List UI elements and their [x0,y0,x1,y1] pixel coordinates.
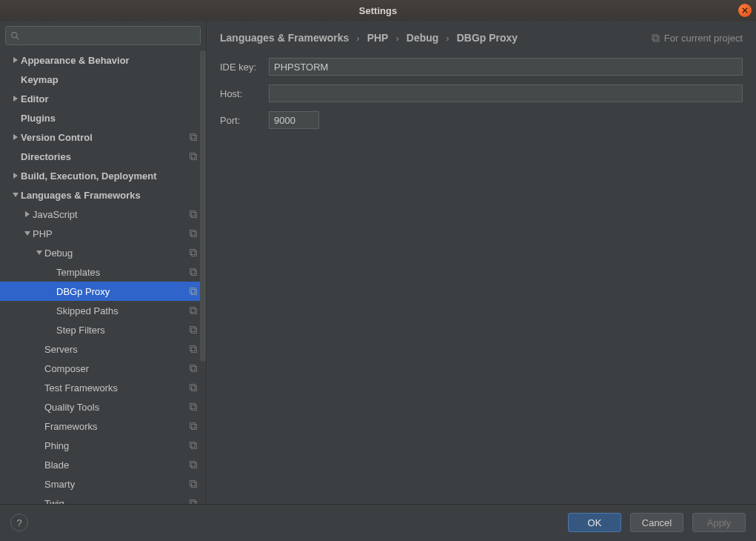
svg-rect-25 [192,386,197,391]
breadcrumb-item[interactable]: Debug [407,32,439,44]
svg-rect-12 [190,269,195,274]
svg-point-0 [12,32,17,37]
tree-item-directories[interactable]: Directories [0,147,206,166]
project-scope-icon [187,364,200,373]
project-scope-icon [187,422,200,431]
host-input[interactable] [269,84,743,102]
tree-item-test-frameworks[interactable]: Test Frameworks [0,378,206,397]
tree-item-label: Templates [56,267,187,278]
svg-rect-11 [192,251,197,256]
project-scope-icon [187,229,200,238]
port-label: Port: [220,115,269,126]
svg-rect-7 [192,213,197,218]
svg-rect-13 [192,270,197,276]
window-close-button[interactable] [738,4,752,17]
tree-item-quality-tools[interactable]: Quality Tools [0,397,206,416]
tree-item-build-execution-deployment[interactable]: Build, Execution, Deployment [0,166,206,185]
tree-item-label: Skipped Paths [56,305,187,316]
tree-item-skipped-paths[interactable]: Skipped Paths [0,301,206,320]
dialog-footer: ? OK Cancel Apply [0,504,756,540]
tree-item-keymap[interactable]: Keymap [0,70,206,89]
project-scope-icon [187,268,200,276]
breadcrumb-item[interactable]: Languages & Frameworks [220,32,349,44]
svg-rect-6 [190,211,195,216]
tree-item-step-filters[interactable]: Step Filters [0,320,206,339]
chevron-right-icon [10,96,21,102]
search-input[interactable] [24,30,195,42]
chevron-right-icon [10,134,21,140]
tree-scrollbar[interactable] [200,50,206,362]
svg-rect-36 [190,500,195,505]
help-button[interactable]: ? [10,514,28,531]
tree-item-dbgp-proxy[interactable]: DBGp Proxy [0,282,206,301]
window-title: Settings [359,5,397,16]
tree-item-appearance-behavior[interactable]: Appearance & Behavior [0,50,206,70]
tree-item-label: Languages & Frameworks [21,190,187,201]
search-field[interactable] [5,26,201,45]
tree-item-javascript[interactable]: JavaScript [0,205,206,224]
tree-item-label: Build, Execution, Deployment [21,170,187,182]
tree-item-composer[interactable]: Composer [0,359,206,378]
cancel-button[interactable]: Cancel [630,513,683,532]
svg-rect-10 [190,250,195,255]
ide-key-label: IDE key: [220,62,269,73]
svg-rect-19 [192,328,197,333]
project-scope-icon [187,479,200,488]
tree-item-twig[interactable]: Twig [0,494,206,504]
svg-rect-39 [654,36,659,42]
tree-item-editor[interactable]: Editor [0,89,206,108]
tree-item-label: DBGp Proxy [56,286,187,297]
ok-button[interactable]: OK [568,513,621,532]
tree-item-debug[interactable]: Debug [0,243,206,262]
port-input[interactable] [269,111,319,129]
svg-rect-37 [192,502,197,505]
tree-item-templates[interactable]: Templates [0,262,206,282]
svg-rect-15 [192,290,197,295]
chevron-right-icon [10,173,21,179]
tree-item-label: Directories [21,151,187,162]
tree-item-languages-frameworks[interactable]: Languages & Frameworks [0,185,206,205]
tree-item-php[interactable]: PHP [0,224,206,243]
svg-rect-14 [190,288,195,293]
breadcrumb-item[interactable]: PHP [367,32,389,44]
tree-item-phing[interactable]: Phing [0,436,206,455]
chevron-right-icon [22,211,33,217]
svg-rect-33 [192,463,197,468]
tree-item-version-control[interactable]: Version Control [0,127,206,147]
copy-icon [651,33,660,42]
project-scope-icon [187,402,200,411]
svg-rect-30 [190,442,195,448]
ide-key-input[interactable] [269,58,743,76]
tree-item-frameworks[interactable]: Frameworks [0,416,206,436]
tree-item-label: Twig [44,498,187,505]
apply-button[interactable]: Apply [692,513,746,532]
tree-item-label: Test Frameworks [44,382,187,394]
title-bar: Settings [0,0,756,21]
project-scope-icon [187,248,200,257]
tree-item-smarty[interactable]: Smarty [0,474,206,494]
close-icon [742,7,748,13]
project-scope-icon [187,460,200,469]
svg-rect-35 [192,482,197,488]
tree-item-label: Phing [44,440,187,451]
svg-rect-3 [192,136,197,141]
tree-item-blade[interactable]: Blade [0,455,206,474]
tree-item-label: Debug [44,248,187,259]
svg-rect-38 [652,35,658,40]
project-scope-icon [187,325,200,334]
tree-item-label: Step Filters [56,325,187,336]
svg-line-1 [16,37,19,39]
tree-item-label: Version Control [21,132,187,143]
svg-rect-2 [190,134,195,139]
svg-rect-5 [192,155,197,160]
tree-item-label: Quality Tools [44,402,187,413]
tree-item-label: JavaScript [33,209,187,220]
breadcrumb: Languages & Frameworks › PHP › Debug › D… [220,28,743,47]
project-scope-icon [187,133,200,142]
scope-label: For current project [651,33,743,44]
tree-item-servers[interactable]: Servers [0,339,206,359]
tree-item-plugins[interactable]: Plugins [0,108,206,127]
svg-rect-26 [190,404,195,409]
tree-item-label: Editor [21,93,187,104]
tree-item-label: Frameworks [44,421,187,432]
